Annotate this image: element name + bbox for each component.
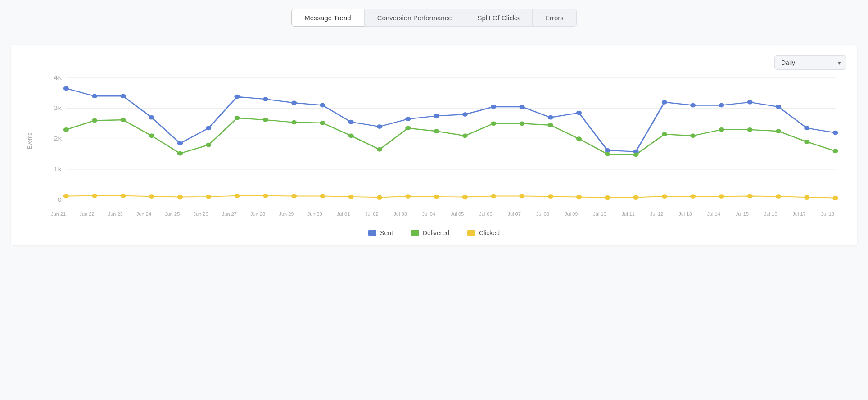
legend-item-sent: Sent bbox=[368, 229, 393, 236]
x-label: Jul 16 bbox=[756, 211, 785, 217]
x-label: Jul 12 bbox=[642, 211, 671, 217]
svg-point-41 bbox=[149, 134, 154, 138]
svg-point-59 bbox=[662, 132, 667, 136]
svg-point-83 bbox=[548, 194, 553, 199]
x-label: Jun 29 bbox=[272, 211, 300, 217]
x-label: Jul 18 bbox=[814, 211, 842, 217]
svg-point-35 bbox=[776, 105, 781, 109]
legend-item-clicked: Clicked bbox=[467, 229, 500, 236]
svg-point-19 bbox=[320, 103, 325, 108]
svg-point-46 bbox=[291, 120, 297, 125]
svg-point-89 bbox=[719, 194, 724, 199]
x-label: Jul 10 bbox=[585, 211, 614, 217]
tab-message-trend[interactable]: Message Trend bbox=[291, 9, 364, 27]
svg-point-58 bbox=[633, 153, 638, 157]
tab-errors[interactable]: Errors bbox=[533, 9, 577, 27]
svg-point-73 bbox=[263, 194, 268, 198]
svg-point-42 bbox=[177, 151, 183, 156]
svg-point-69 bbox=[149, 194, 154, 199]
svg-point-25 bbox=[491, 105, 496, 109]
svg-point-53 bbox=[491, 121, 496, 126]
svg-point-68 bbox=[120, 194, 126, 198]
svg-point-90 bbox=[747, 194, 753, 199]
tab-navigation: Message TrendConversion PerformanceSplit… bbox=[0, 0, 868, 40]
svg-point-21 bbox=[377, 124, 382, 129]
svg-point-52 bbox=[462, 134, 468, 138]
svg-point-13 bbox=[149, 115, 154, 120]
x-label: Jun 28 bbox=[244, 211, 272, 217]
svg-text:0: 0 bbox=[58, 196, 62, 203]
svg-point-20 bbox=[348, 120, 354, 124]
svg-point-84 bbox=[576, 195, 582, 200]
chart-panel: DailyWeeklyMonthly Events 4k 3k 2k 1k 0 bbox=[11, 45, 857, 245]
svg-point-93 bbox=[832, 196, 838, 200]
legend-label-clicked: Clicked bbox=[479, 229, 500, 236]
y-axis-title: Events bbox=[27, 133, 33, 150]
svg-point-60 bbox=[690, 134, 696, 138]
svg-point-49 bbox=[377, 147, 382, 152]
x-label: Jul 08 bbox=[529, 211, 557, 217]
svg-point-87 bbox=[662, 194, 667, 199]
svg-text:2k: 2k bbox=[54, 135, 62, 142]
tab-split-of-clicks[interactable]: Split Of Clicks bbox=[465, 9, 533, 27]
svg-point-63 bbox=[776, 129, 781, 133]
x-label: Jul 05 bbox=[443, 211, 471, 217]
svg-point-12 bbox=[120, 94, 126, 98]
x-label: Jul 17 bbox=[785, 211, 813, 217]
svg-point-44 bbox=[234, 116, 240, 120]
svg-point-23 bbox=[434, 114, 439, 118]
legend-label-sent: Sent bbox=[380, 229, 393, 236]
svg-point-56 bbox=[576, 136, 582, 141]
svg-point-45 bbox=[263, 118, 268, 122]
svg-point-88 bbox=[690, 194, 696, 199]
svg-point-10 bbox=[63, 86, 69, 91]
svg-point-65 bbox=[832, 149, 838, 153]
x-label: Jul 09 bbox=[557, 211, 585, 217]
svg-point-81 bbox=[491, 194, 496, 199]
chart-controls: DailyWeeklyMonthly bbox=[774, 55, 846, 70]
svg-point-92 bbox=[804, 195, 809, 200]
svg-point-22 bbox=[405, 117, 411, 121]
svg-point-38 bbox=[63, 127, 69, 132]
x-label: Jul 03 bbox=[386, 211, 414, 217]
x-label: Jun 27 bbox=[215, 211, 244, 217]
legend-item-delivered: Delivered bbox=[411, 229, 449, 236]
legend-color-clicked bbox=[467, 230, 475, 236]
svg-point-64 bbox=[804, 140, 809, 144]
svg-point-70 bbox=[177, 195, 183, 200]
svg-point-40 bbox=[120, 118, 126, 122]
svg-point-91 bbox=[776, 194, 781, 199]
svg-point-50 bbox=[405, 126, 411, 131]
x-label: Jul 06 bbox=[471, 211, 500, 217]
chart-svg: 4k 3k 2k 1k 0 bbox=[44, 73, 846, 209]
svg-point-86 bbox=[633, 195, 638, 200]
x-label: Jul 01 bbox=[329, 211, 357, 217]
legend-color-delivered bbox=[411, 230, 419, 236]
svg-point-18 bbox=[291, 100, 297, 105]
x-label: Jul 04 bbox=[415, 211, 443, 217]
svg-point-78 bbox=[405, 194, 411, 199]
svg-text:1k: 1k bbox=[54, 165, 62, 172]
x-label: Jul 07 bbox=[500, 211, 529, 217]
svg-point-72 bbox=[234, 194, 240, 198]
svg-point-62 bbox=[747, 127, 753, 132]
x-label: Jun 30 bbox=[301, 211, 329, 217]
svg-point-32 bbox=[690, 103, 696, 108]
x-label: Jun 21 bbox=[44, 211, 72, 217]
x-label: Jul 14 bbox=[699, 211, 728, 217]
svg-point-47 bbox=[320, 121, 325, 125]
svg-point-39 bbox=[92, 118, 97, 123]
svg-point-36 bbox=[804, 126, 809, 131]
svg-point-34 bbox=[747, 100, 753, 105]
frequency-dropdown[interactable]: DailyWeeklyMonthly bbox=[774, 55, 846, 70]
frequency-dropdown-wrapper: DailyWeeklyMonthly bbox=[774, 55, 846, 70]
svg-point-74 bbox=[291, 194, 297, 199]
x-label: Jul 11 bbox=[614, 211, 642, 217]
svg-point-28 bbox=[576, 111, 582, 115]
tab-conversion-performance[interactable]: Conversion Performance bbox=[364, 9, 465, 27]
x-label: Jun 22 bbox=[72, 211, 101, 217]
svg-point-71 bbox=[206, 195, 211, 199]
legend-label-delivered: Delivered bbox=[423, 229, 449, 236]
svg-point-26 bbox=[519, 105, 524, 109]
more-options-button[interactable] bbox=[846, 77, 850, 81]
